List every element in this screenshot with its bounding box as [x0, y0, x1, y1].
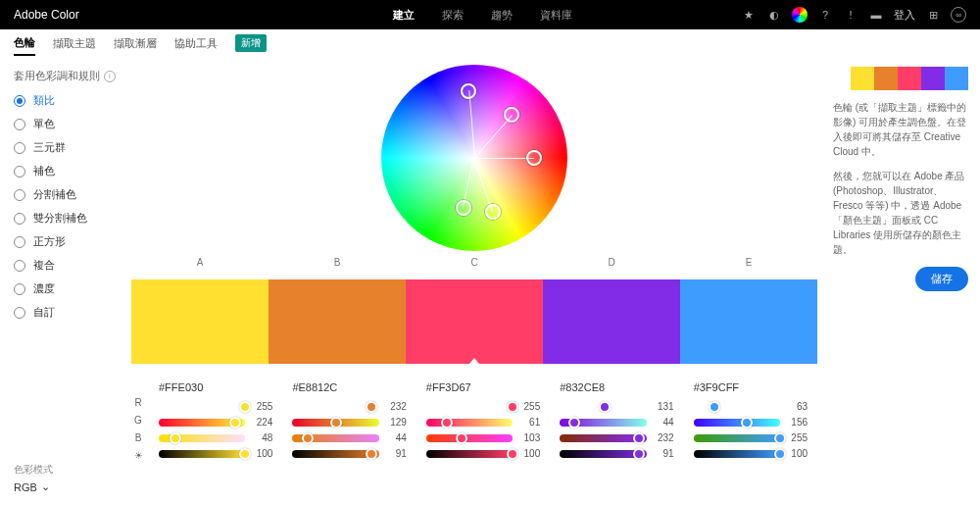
channel-value[interactable]: 255 [251, 401, 272, 412]
channel-value[interactable]: 131 [653, 401, 674, 412]
wheel-marker[interactable] [526, 150, 542, 166]
harmony-rule[interactable]: 雙分割補色 [14, 211, 116, 226]
channel-value[interactable]: 91 [385, 448, 407, 459]
channel-slider[interactable] [694, 450, 780, 458]
sub-tabs: 色輪擷取主題擷取漸層協助工具新增 [0, 29, 980, 57]
channel-value[interactable]: 224 [251, 417, 272, 428]
cc-icon[interactable]: ∞ [951, 7, 966, 23]
help-icon[interactable]: i [104, 71, 116, 82]
harmony-rule[interactable]: 濃度 [14, 281, 116, 296]
apps-icon[interactable]: ⊞ [925, 7, 941, 23]
channel-slider[interactable] [560, 450, 646, 458]
star-icon[interactable]: ★ [741, 7, 757, 23]
top-nav-item[interactable]: 趨勢 [491, 8, 513, 23]
swatch-label: E [680, 257, 817, 268]
rule-label: 類比 [33, 93, 55, 108]
new-badge: 新增 [235, 34, 267, 52]
sub-tab[interactable]: 擷取漸層 [114, 32, 157, 55]
harmony-rule[interactable]: 類比 [14, 93, 116, 108]
channel-value[interactable]: 255 [786, 432, 808, 443]
channel-value[interactable]: 156 [786, 417, 808, 428]
radio-icon [14, 95, 25, 107]
channel-slider[interactable] [560, 434, 646, 442]
sub-tab[interactable]: 色輪 [14, 31, 35, 56]
color-wheel-icon[interactable] [792, 7, 808, 23]
top-nav-item[interactable]: 建立 [393, 8, 415, 23]
swatch[interactable] [543, 279, 680, 364]
info-icon[interactable]: ! [843, 7, 858, 23]
radio-icon [14, 189, 25, 201]
channel-slider[interactable] [159, 419, 245, 427]
save-button[interactable]: 儲存 [915, 267, 968, 291]
channel-slider[interactable] [292, 450, 378, 458]
channel-slider[interactable] [159, 403, 245, 411]
channel-slider[interactable] [560, 403, 646, 411]
hex-value[interactable]: #E8812C [292, 381, 406, 393]
mode-select[interactable]: RGB⌄ [14, 480, 53, 493]
channel-value[interactable]: 232 [653, 432, 674, 443]
channel-slider[interactable] [159, 434, 245, 442]
rule-label: 補色 [33, 164, 55, 178]
wheel-marker[interactable] [504, 107, 519, 123]
radio-icon [14, 166, 25, 177]
channel-value[interactable]: 255 [518, 401, 540, 412]
swatch[interactable] [269, 279, 406, 364]
channel-slider[interactable] [426, 450, 513, 458]
channel-value[interactable]: 91 [653, 448, 674, 459]
login-link[interactable]: 登入 [894, 8, 915, 23]
channel-value[interactable]: 48 [251, 432, 272, 443]
wheel-marker[interactable] [456, 200, 471, 216]
channel-label: B [135, 432, 142, 445]
hex-value[interactable]: #FF3D67 [426, 381, 540, 393]
channel-value[interactable]: 44 [653, 417, 674, 428]
channel-value[interactable]: 232 [385, 401, 407, 412]
mini-swatch [874, 67, 898, 90]
channel-value[interactable]: 61 [518, 417, 540, 428]
wheel-marker[interactable] [461, 83, 476, 99]
top-nav-item[interactable]: 探索 [442, 8, 464, 23]
channel-slider[interactable] [292, 419, 378, 427]
sub-tab[interactable]: 擷取主題 [53, 32, 96, 55]
channel-value[interactable]: 44 [385, 432, 407, 443]
hex-value[interactable]: #FFE030 [159, 381, 272, 393]
channel-slider[interactable] [292, 434, 378, 442]
harmony-rule[interactable]: 正方形 [14, 234, 116, 249]
channel-slider[interactable] [426, 403, 513, 411]
channel-slider[interactable] [694, 403, 780, 411]
help-icon[interactable]: ? [817, 7, 833, 23]
sub-tab[interactable]: 協助工具 [174, 32, 218, 55]
harmony-rule[interactable]: 單色 [14, 117, 116, 131]
channel-slider[interactable] [694, 419, 780, 427]
chat-icon[interactable]: ▬ [868, 7, 884, 23]
channel-value[interactable]: 100 [786, 448, 808, 459]
channel-value[interactable]: 100 [518, 448, 540, 459]
hex-value[interactable]: #832CE8 [560, 381, 673, 393]
harmony-rule[interactable]: 複合 [14, 258, 116, 273]
color-wheel[interactable] [381, 65, 567, 251]
channel-slider[interactable] [159, 450, 245, 458]
swatch[interactable] [680, 279, 817, 364]
channel-slider[interactable] [426, 419, 513, 427]
channel-label: R [134, 397, 141, 410]
channel-value[interactable]: 100 [251, 448, 272, 459]
harmony-rule[interactable]: 三元群 [14, 140, 116, 155]
channel-label: ☀ [134, 450, 143, 463]
moon-icon[interactable]: ◐ [766, 7, 782, 23]
harmony-rule[interactable]: 自訂 [14, 305, 116, 320]
swatch[interactable] [131, 279, 269, 364]
channel-slider[interactable] [694, 434, 780, 442]
hex-value[interactable]: #3F9CFF [694, 381, 808, 393]
channel-value[interactable]: 103 [518, 432, 540, 443]
top-nav-item[interactable]: 資料庫 [540, 8, 572, 23]
rule-label: 雙分割補色 [33, 211, 87, 226]
harmony-rule[interactable]: 補色 [14, 164, 116, 178]
swatch[interactable] [406, 279, 543, 364]
harmony-rule[interactable]: 分割補色 [14, 187, 116, 202]
channel-slider[interactable] [560, 419, 646, 427]
channel-value[interactable]: 63 [786, 401, 808, 412]
channel-value[interactable]: 129 [385, 417, 407, 428]
channel-slider[interactable] [426, 434, 513, 442]
channel-slider[interactable] [292, 403, 378, 411]
rule-label: 分割補色 [33, 187, 76, 202]
wheel-marker[interactable] [485, 204, 501, 220]
